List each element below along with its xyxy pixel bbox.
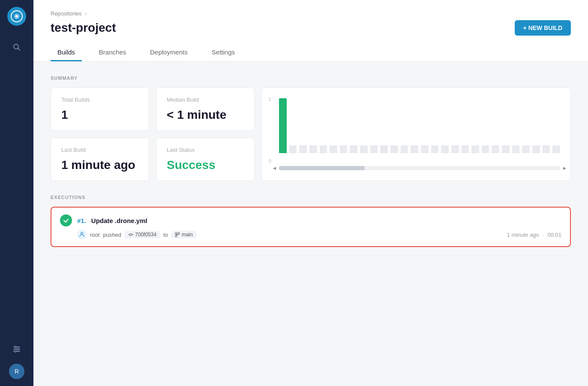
total-builds-card: Total Builds 1 <box>51 87 149 131</box>
new-build-button[interactable]: + NEW BUILD <box>515 20 571 36</box>
branch-name: main <box>182 232 193 238</box>
total-builds-label: Total Builds <box>61 96 138 103</box>
chart-bar <box>279 98 287 153</box>
total-builds-value: 1 <box>61 108 138 122</box>
actor-action: pushed <box>103 232 121 238</box>
to-label: to <box>163 232 168 238</box>
commit-hash: 700f0534 <box>135 232 156 238</box>
execution-title: Update .drone.yml <box>91 217 147 224</box>
header: Repositories › test-project + NEW BUILD … <box>33 0 588 62</box>
chart-bar <box>320 98 327 153</box>
breadcrumb: Repositories › <box>51 10 571 17</box>
chart-bar <box>462 98 469 153</box>
chart-bar <box>330 98 337 153</box>
tab-branches[interactable]: Branches <box>92 44 133 61</box>
chart-bar <box>451 98 459 153</box>
chart-bar <box>309 98 317 153</box>
chart-scrollbar[interactable]: ◀ ▶ <box>279 166 560 170</box>
builds-chart: 1 0 ◀ ▶ <box>261 87 571 181</box>
median-build-card: Median Build < 1 minute <box>156 87 255 131</box>
last-build-label: Last Build <box>61 147 138 153</box>
svg-line-4 <box>18 48 20 51</box>
executions-label: EXECUTIONS <box>51 195 571 200</box>
svg-point-17 <box>178 232 180 234</box>
chart-bar <box>289 98 297 153</box>
last-status-label: Last Status <box>167 147 244 153</box>
chart-scrollbar-thumb[interactable] <box>279 166 365 170</box>
sidebar-logo[interactable] <box>7 7 26 26</box>
execution-number: #1. <box>77 217 86 224</box>
chart-area: 1 0 ◀ ▶ <box>269 95 564 174</box>
chart-bar <box>471 98 479 153</box>
chart-y-top: 1 <box>269 96 271 102</box>
chart-bar <box>441 98 449 153</box>
scroll-right-icon[interactable]: ▶ <box>563 166 566 170</box>
svg-point-11 <box>81 232 83 235</box>
execution-duration: 00:01 <box>547 232 561 238</box>
executions-section: EXECUTIONS #1. Update .drone.yml <box>51 195 571 247</box>
last-status-card: Last Status Success <box>156 138 255 181</box>
svg-point-8 <box>15 346 16 348</box>
svg-point-9 <box>17 348 19 350</box>
chart-bar <box>532 98 540 153</box>
chart-bar <box>552 98 560 153</box>
last-status-value: Success <box>167 158 244 172</box>
last-build-card: Last Build 1 minute ago <box>51 138 149 181</box>
summary-label: SUMMARY <box>51 75 571 81</box>
execution-top: #1. Update .drone.yml <box>60 214 561 226</box>
chart-bar <box>512 98 520 153</box>
median-build-value: < 1 minute <box>167 108 244 122</box>
chart-bar <box>299 98 307 153</box>
sidebar-bottom: R <box>9 341 24 379</box>
branch-badge[interactable]: main <box>171 231 196 238</box>
svg-point-10 <box>15 350 16 352</box>
svg-point-2 <box>16 15 18 18</box>
execution-bullet: · <box>543 232 544 238</box>
chart-bar <box>502 98 510 153</box>
main-content: Repositories › test-project + NEW BUILD … <box>33 0 588 386</box>
execution-meta: root pushed 700f0534 to <box>60 230 561 239</box>
chart-bar <box>380 98 388 153</box>
bars-container <box>279 98 560 153</box>
actor-name: root <box>90 232 99 238</box>
header-top: test-project + NEW BUILD <box>51 20 571 36</box>
chart-bar <box>370 98 378 153</box>
page-title: test-project <box>51 21 116 35</box>
chart-bar <box>492 98 499 153</box>
avatar[interactable]: R <box>9 364 24 379</box>
sliders-icon[interactable] <box>9 341 24 357</box>
tab-settings[interactable]: Settings <box>205 44 242 61</box>
chart-bar <box>421 98 429 153</box>
chart-bar <box>522 98 530 153</box>
chart-bar <box>543 98 550 153</box>
chart-bar <box>482 98 489 153</box>
success-status-icon <box>60 214 72 226</box>
commit-badge[interactable]: 700f0534 <box>125 231 160 238</box>
search-icon[interactable] <box>9 39 24 55</box>
chart-y-bottom: 0 <box>269 158 271 163</box>
execution-time: 1 minute ago <box>507 232 539 238</box>
tab-builds[interactable]: Builds <box>51 44 82 61</box>
chart-bar <box>431 98 439 153</box>
chart-bar <box>390 98 398 153</box>
execution-meta-left: root pushed 700f0534 to <box>77 230 196 239</box>
sidebar: R <box>0 0 33 386</box>
scroll-left-icon[interactable]: ◀ <box>273 166 276 170</box>
median-build-label: Median Build <box>167 96 244 103</box>
svg-point-12 <box>130 234 132 236</box>
chart-bar <box>401 98 408 153</box>
summary-grid: Total Builds 1 Median Build < 1 minute 1… <box>51 87 571 181</box>
actor-avatar <box>77 230 87 239</box>
breadcrumb-chevron-icon: › <box>85 11 87 17</box>
chart-bar <box>350 98 357 153</box>
chart-bar <box>340 98 348 153</box>
chart-bar <box>411 98 418 153</box>
tabs: Builds Branches Deployments Settings <box>51 44 571 61</box>
breadcrumb-repositories[interactable]: Repositories <box>51 10 81 17</box>
execution-row[interactable]: #1. Update .drone.yml root pushed <box>51 207 571 247</box>
content: SUMMARY Total Builds 1 Median Build < 1 … <box>33 62 588 386</box>
last-build-value: 1 minute ago <box>61 158 138 172</box>
execution-meta-right: 1 minute ago · 00:01 <box>507 232 561 238</box>
tab-deployments[interactable]: Deployments <box>143 44 195 61</box>
chart-bar <box>360 98 368 153</box>
